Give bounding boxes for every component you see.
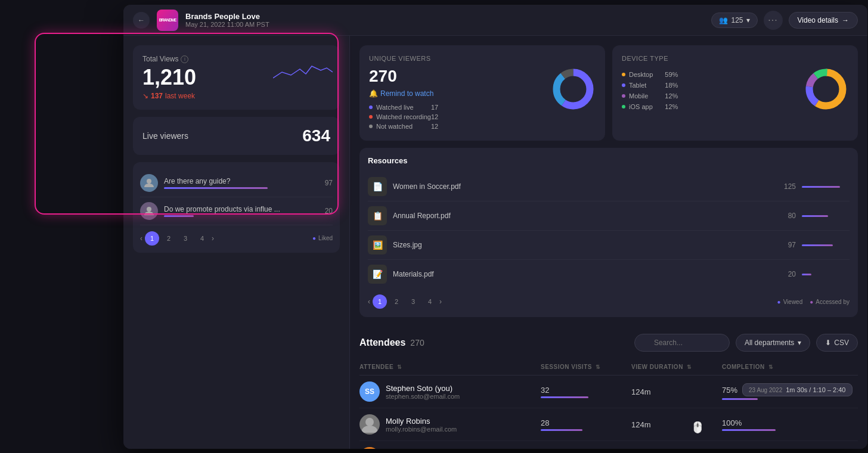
not-watched-row: Not watched 12 [369, 122, 438, 131]
table-row: CR Molly Robins claire.ross@email.com 27… [359, 441, 858, 449]
mini-chart [273, 57, 333, 84]
duration-2: 124m [631, 420, 722, 429]
attendees-title-group: Attendees 270 [359, 337, 424, 348]
watched-live-dot [369, 106, 373, 109]
video-details-button[interactable]: Video details → [789, 12, 858, 29]
attendee-email-1: stephen.soto@email.com [386, 393, 460, 400]
sort-completion-icon: ⇅ [768, 364, 774, 370]
chevron-down-icon: ▾ [746, 16, 750, 24]
device-donut-chart [804, 67, 848, 111]
content-area: Total Views i 1,210 ↘ 137 last week [123, 36, 867, 449]
metrics-grid: Unique viewers 270 🔔 Remind to watch [359, 45, 858, 141]
question-text-2: Do we promote products via influe ... [164, 205, 312, 213]
page-1-btn[interactable]: 1 [145, 231, 159, 246]
resources-card: Resources 📄 Women in Soccer.pdf 125 📋 [359, 148, 858, 317]
attendee-info-2: Molly Robins molly.robins@email.com [359, 414, 541, 435]
resource-count-3: 97 [778, 241, 796, 249]
attendee-details-2: Molly Robins molly.robins@email.com [386, 417, 457, 433]
th-completion: COMPLETION ⇅ [722, 364, 858, 370]
live-viewers-card: Live viewers 634 [133, 117, 340, 155]
resources-pagination: ‹ 1 2 3 4 › ● Viewed [368, 294, 850, 309]
table-row: Molly Robins molly.robins@email.com 28 1… [359, 408, 858, 441]
watched-recording-dot [369, 115, 373, 119]
accessed-indicator: ● Accessed by [810, 299, 850, 305]
sessions-bar-2 [541, 429, 582, 431]
resource-bar-2 [802, 215, 828, 217]
pagination-pages: ‹ 1 2 3 4 › [140, 231, 214, 246]
question-bar-2 [164, 215, 194, 217]
device-list: Desktop 59% Tablet 18% [622, 69, 678, 112]
resource-icon-3: 🖼️ [368, 235, 387, 255]
question-item-1: Are there any guide? 97 [140, 169, 333, 197]
live-viewers-label: Live viewers [142, 131, 188, 141]
viewed-indicator: ● Viewed [777, 299, 803, 305]
liked-indicator: ● Liked [312, 235, 333, 241]
viewers-donut-chart [551, 67, 596, 111]
completion-2: 100% [722, 418, 858, 431]
question-count-2: 20 [318, 207, 333, 215]
attendees-controls: 🔍 All departments ▾ ⬇ CSV [634, 334, 858, 352]
right-panel: Unique viewers 270 🔔 Remind to watch [350, 36, 867, 449]
resource-count-1: 125 [778, 182, 796, 191]
resource-count-4: 20 [778, 270, 796, 278]
resource-bar-4 [802, 274, 811, 275]
prev-page-btn[interactable]: ‹ [140, 234, 142, 243]
sessions-1: 32 [541, 386, 631, 398]
th-sessions: SESSION VISITS ⇅ [541, 364, 631, 370]
resource-icon-4: 📝 [368, 265, 387, 284]
attendees-section: Attendees 270 🔍 All departments ▾ [359, 324, 858, 449]
ios-dot [622, 105, 625, 108]
duration-1: 124m [631, 387, 722, 396]
resources-title: Resources [368, 156, 850, 165]
mobile-row: Mobile 12% [622, 91, 678, 101]
attendees-header: Attendees 270 🔍 All departments ▾ [359, 324, 858, 359]
resource-name-2: Annual Report.pdf [393, 212, 772, 220]
resource-icon-1: 📄 [368, 177, 387, 196]
res-prev-btn[interactable]: ‹ [368, 297, 370, 306]
sort-sessions-icon: ⇅ [596, 364, 601, 370]
back-button[interactable]: ← [133, 12, 150, 29]
search-input[interactable] [634, 334, 730, 352]
svg-point-0 [147, 179, 151, 184]
app-window: ← BRANDIVE Brands People Love May 21, 20… [123, 5, 867, 449]
completion-tooltip-1: 23 Aug 2022 1m 30s / 1:10 – 2:40 [742, 383, 852, 396]
question-item-2: Do we promote products via influe ... 20 [140, 197, 333, 225]
question-text-1: Are there any guide? [164, 177, 312, 185]
attendee-avatar-2 [359, 414, 380, 435]
questions-card: Are there any guide? 97 Do we promote pr… [133, 162, 340, 253]
page-3-btn[interactable]: 3 [178, 231, 193, 246]
department-dropdown[interactable]: All departments ▾ [736, 334, 810, 352]
resource-row-4: 📝 Materials.pdf 20 [368, 260, 850, 288]
download-icon: ⬇ [825, 339, 831, 347]
res-page-3[interactable]: 3 [406, 294, 420, 309]
not-watched-dot [369, 125, 373, 128]
arrow-right-icon: → [842, 16, 849, 24]
sort-attendee-icon: ⇅ [397, 364, 402, 370]
watched-recording-row: Watched recording 12 [369, 112, 438, 122]
resource-bar-container-3 [802, 244, 850, 246]
topbar-info: Brands People Love May 21, 2022 11:00 AM… [185, 12, 704, 28]
live-viewers-value: 634 [302, 126, 330, 145]
left-panel: Total Views i 1,210 ↘ 137 last week [123, 36, 350, 449]
res-page-4[interactable]: 4 [423, 294, 437, 309]
svg-point-11 [365, 418, 374, 426]
bell-icon: 🔔 [369, 89, 378, 98]
res-page-2[interactable]: 2 [389, 294, 404, 309]
resource-name-1: Women in Soccer.pdf [393, 182, 772, 191]
completion-bar-2 [722, 429, 776, 431]
next-page-btn[interactable]: › [212, 234, 214, 243]
completion-bar-1 [722, 398, 758, 400]
avatar-1 [140, 174, 158, 192]
page-4-btn[interactable]: 4 [195, 231, 209, 246]
question-count-1: 97 [318, 179, 333, 187]
csv-export-button[interactable]: ⬇ CSV [816, 334, 858, 352]
last-week-stat: ↘ 137 last week [142, 92, 330, 100]
remind-to-watch-btn[interactable]: 🔔 Remind to watch [369, 89, 438, 98]
more-button[interactable]: ··· [764, 11, 783, 30]
info-icon: i [181, 55, 188, 63]
res-page-1[interactable]: 1 [373, 294, 387, 309]
page-2-btn[interactable]: 2 [162, 231, 176, 246]
attendee-count-badge[interactable]: 👥 125 ▾ [711, 13, 757, 28]
attendee-name-1: Stephen Soto (you) [386, 384, 460, 393]
res-next-btn[interactable]: › [439, 297, 442, 306]
